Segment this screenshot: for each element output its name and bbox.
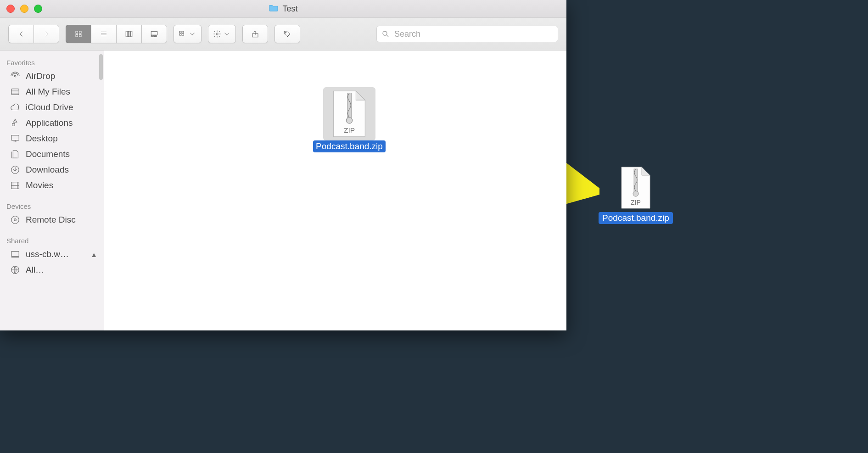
- eject-icon[interactable]: ▲: [90, 251, 97, 258]
- svg-point-23: [216, 33, 218, 35]
- sidebar-item-label: uss-cb.w…: [26, 249, 69, 259]
- desktop-file-label: Podcast.band.zip: [599, 212, 673, 224]
- allfiles-icon: [9, 87, 21, 97]
- column-view-button[interactable]: [116, 25, 141, 43]
- sidebar-item-label: Downloads: [26, 165, 69, 175]
- action-button[interactable]: [208, 25, 236, 43]
- sidebar-item-remote-disc[interactable]: Remote Disc: [0, 212, 104, 228]
- svg-point-3: [633, 191, 638, 196]
- file-item-zip[interactable]: ZIP Podcast.band.zip: [311, 87, 388, 152]
- cloud-icon: [9, 102, 21, 112]
- view-mode-group: [66, 25, 167, 43]
- svg-text:ZIP: ZIP: [631, 199, 641, 206]
- arrange-button[interactable]: [174, 25, 202, 43]
- zoom-button[interactable]: [34, 5, 42, 13]
- documents-icon: [9, 149, 21, 159]
- search-icon: [381, 30, 390, 38]
- sidebar-item-all-files[interactable]: All My Files: [0, 84, 104, 100]
- back-button[interactable]: [8, 25, 34, 43]
- svg-line-27: [386, 35, 388, 37]
- sidebar-item-documents[interactable]: Documents: [0, 146, 104, 162]
- scrollbar-thumb[interactable]: [99, 54, 103, 80]
- globe-icon: [9, 265, 21, 275]
- sidebar-item-label: Remote Disc: [26, 215, 76, 225]
- svg-rect-29: [11, 89, 19, 95]
- sidebar-item-airdrop[interactable]: AirDrop: [0, 68, 104, 84]
- sidebar[interactable]: Favorites AirDrop All My Files iCloud Dr…: [0, 50, 104, 330]
- sidebar-item-desktop[interactable]: Desktop: [0, 131, 104, 146]
- toolbar: [0, 18, 566, 50]
- disc-icon: [9, 215, 21, 225]
- svg-rect-12: [126, 31, 128, 37]
- sidebar-item-label: iCloud Drive: [26, 102, 73, 112]
- svg-point-25: [285, 32, 286, 33]
- sidebar-section-shared: Shared: [0, 234, 104, 246]
- svg-rect-6: [79, 31, 82, 34]
- svg-rect-32: [11, 135, 19, 140]
- sidebar-item-label: Movies: [26, 180, 53, 190]
- svg-point-41: [11, 216, 19, 224]
- svg-rect-7: [76, 35, 78, 37]
- gallery-view-button[interactable]: [141, 25, 167, 43]
- titlebar[interactable]: Test: [0, 0, 566, 18]
- desktop-file-zip[interactable]: ZIP Podcast.band.zip: [592, 166, 679, 224]
- list-view-button[interactable]: [91, 25, 116, 43]
- sidebar-item-downloads[interactable]: Downloads: [0, 162, 104, 178]
- sidebar-item-label: Applications: [26, 118, 73, 128]
- svg-rect-19: [179, 31, 181, 33]
- svg-rect-14: [131, 31, 132, 37]
- downloads-icon: [9, 165, 21, 175]
- svg-rect-20: [182, 31, 184, 33]
- svg-point-26: [383, 31, 387, 35]
- airdrop-icon: [9, 71, 21, 81]
- svg-rect-8: [79, 35, 82, 37]
- sidebar-section-favorites: Favorites: [0, 56, 104, 68]
- icon-view-button[interactable]: [66, 25, 91, 43]
- svg-rect-22: [182, 34, 184, 35]
- svg-point-42: [14, 219, 17, 221]
- svg-rect-18: [155, 36, 157, 37]
- svg-rect-5: [76, 31, 78, 34]
- movies-icon: [9, 180, 21, 190]
- apps-icon: [9, 118, 21, 128]
- svg-rect-16: [151, 36, 152, 37]
- svg-point-47: [346, 117, 352, 123]
- sidebar-item-label: All…: [26, 265, 44, 275]
- nav-group: [8, 25, 59, 43]
- finder-window: Test: [0, 0, 566, 330]
- sidebar-item-label: Documents: [26, 149, 70, 159]
- zip-file-icon: ZIP: [619, 166, 653, 209]
- sidebar-item-shared-all[interactable]: All…: [0, 262, 104, 278]
- search-input[interactable]: [393, 29, 553, 39]
- minimize-button[interactable]: [20, 5, 28, 13]
- sidebar-section-devices: Devices: [0, 200, 104, 212]
- folder-icon: [269, 4, 279, 14]
- sidebar-item-label: All My Files: [26, 87, 70, 97]
- svg-rect-21: [179, 34, 181, 35]
- sidebar-item-label: Desktop: [26, 134, 58, 144]
- close-button[interactable]: [6, 5, 15, 13]
- sidebar-item-movies[interactable]: Movies: [0, 178, 104, 193]
- file-browser-content[interactable]: ZIP Podcast.band.zip: [104, 50, 566, 330]
- desktop-icon: [9, 134, 21, 144]
- svg-rect-15: [151, 32, 157, 35]
- window-title: Test: [282, 4, 297, 14]
- svg-rect-17: [153, 36, 155, 37]
- sidebar-item-shared-1[interactable]: uss-cb.w… ▲: [0, 246, 104, 262]
- sidebar-item-icloud[interactable]: iCloud Drive: [0, 100, 104, 115]
- sidebar-item-applications[interactable]: Applications: [0, 115, 104, 131]
- sidebar-item-label: AirDrop: [26, 71, 55, 81]
- file-label: Podcast.band.zip: [313, 140, 386, 152]
- svg-rect-13: [129, 31, 130, 37]
- search-field[interactable]: [376, 26, 558, 42]
- svg-point-28: [14, 75, 16, 77]
- forward-button[interactable]: [34, 25, 59, 43]
- zip-file-icon: ZIP: [323, 87, 375, 140]
- svg-text:ZIP: ZIP: [344, 126, 355, 134]
- computer-icon: [9, 249, 21, 259]
- share-button[interactable]: [242, 25, 268, 43]
- tags-button[interactable]: [274, 25, 300, 43]
- svg-rect-43: [11, 252, 19, 257]
